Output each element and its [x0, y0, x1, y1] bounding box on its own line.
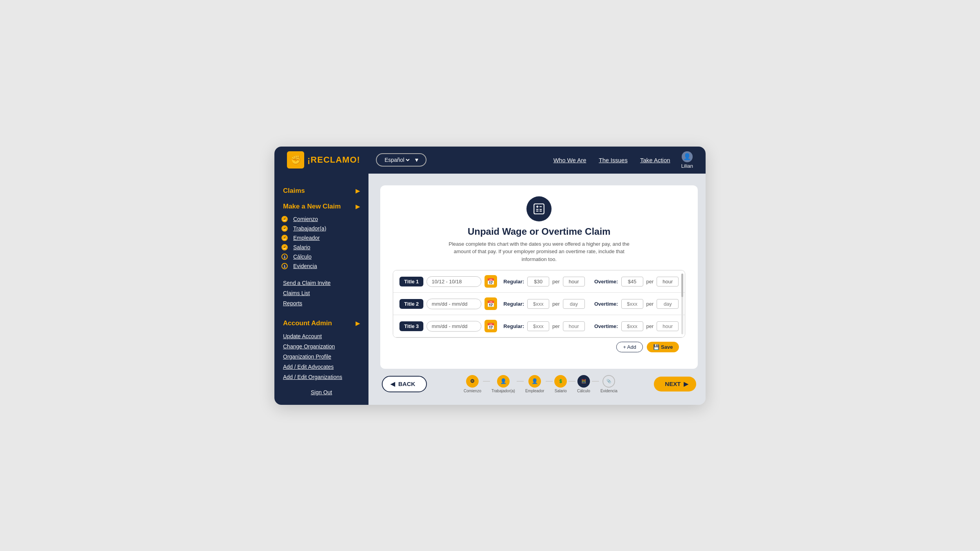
row3-date-input[interactable]: mm/dd - mm/dd [426, 321, 481, 332]
nav-who-we-are[interactable]: Who We Are [554, 157, 586, 163]
row3-regular-label: Regular: [503, 323, 524, 329]
sidebar-change-org[interactable]: Change Organization [274, 341, 368, 352]
nav-the-issues[interactable]: The Issues [599, 157, 628, 163]
step-node-empleador: 👤 Empleador [525, 375, 544, 393]
sidebar-step-calculo[interactable]: 1 Cálculo [274, 252, 368, 261]
row3-unit2[interactable] [657, 321, 679, 331]
table-row: Title 3 mm/dd - mm/dd 📅 Regular: per Ove… [393, 315, 685, 337]
sidebar-step-empleador[interactable]: ✓ Empleador [274, 233, 368, 243]
logo-area: ✊ ¡RECLAMO! [287, 151, 360, 169]
footer-nav: ◀ BACK ⚙ Comienzo 👤 Trabajador(a) [380, 375, 698, 393]
back-arrow-icon: ◀ [390, 381, 395, 388]
scrollbar[interactable] [681, 274, 683, 334]
row2-per2: per [646, 301, 654, 307]
row3-unit1[interactable] [563, 321, 585, 331]
sidebar-step-comienzo[interactable]: ✓ Comienzo [274, 214, 368, 224]
row2-per1: per [552, 301, 560, 307]
step-node-comienzo: ⚙ Comienzo [464, 375, 481, 393]
step-node-evidencia: 📎 Evidencia [601, 375, 617, 393]
step-dot-salario: ✓ [281, 244, 288, 250]
step-circle-empleador: 👤 [528, 375, 541, 388]
nav-take-action[interactable]: Take Action [640, 157, 670, 163]
sign-out-link[interactable]: Sign Out [274, 382, 368, 395]
logo-text: ¡RECLAMO! [307, 155, 360, 165]
row1-title: Title 1 [399, 277, 423, 286]
save-button[interactable]: 💾 💾 Save Save [647, 342, 679, 352]
row1-calendar-button[interactable]: 📅 [485, 275, 497, 288]
language-selector[interactable]: Español English ▼ [376, 153, 426, 167]
step-circle-comienzo: ⚙ [466, 375, 479, 388]
row2-title: Title 2 [399, 299, 423, 309]
save-icon: 💾 [653, 344, 659, 350]
step-label-comienzo: Comienzo [464, 389, 481, 393]
sidebar-step-salario[interactable]: ✓ Salario [274, 243, 368, 252]
row2-date-input[interactable]: mm/dd - mm/dd [426, 299, 481, 309]
sidebar-update-account[interactable]: Update Account [274, 331, 368, 341]
sidebar-edit-orgs[interactable]: Add / Edit Organizations [274, 372, 368, 382]
step-circle-salario: 💲 [554, 375, 567, 388]
step-circle-calculo: 🧮 [577, 375, 590, 388]
chevron-down-icon: ▼ [414, 157, 419, 163]
next-button[interactable]: NEXT ▶ [654, 377, 696, 392]
app-wrapper: ✊ ¡RECLAMO! Español English ▼ Who We Are… [274, 147, 706, 405]
step-connector-5 [592, 381, 599, 382]
step-connector-3 [546, 381, 553, 382]
step-circle-evidencia: 📎 [603, 375, 615, 388]
step-node-trabajador: 👤 Trabajador(a) [492, 375, 515, 393]
row1-overtime-label: Overtime: [594, 279, 618, 285]
step-connector-2 [517, 381, 524, 382]
sidebar-new-claim-title[interactable]: Make a New Claim ▶ [274, 199, 368, 214]
step-label-calculo: Cálculo [577, 389, 590, 393]
sidebar-account-admin-title[interactable]: Account Admin ▶ [274, 315, 368, 331]
step-dot-evidencia: 1 [281, 263, 288, 269]
row1-unit2[interactable] [657, 277, 679, 286]
header: ✊ ¡RECLAMO! Español English ▼ Who We Are… [274, 147, 706, 174]
language-dropdown[interactable]: Español English [383, 156, 411, 163]
sidebar-step-trabajador[interactable]: ✓ Trabajador(a) [274, 224, 368, 233]
row2-overtime-amount[interactable] [621, 299, 643, 309]
row1-regular-amount[interactable] [527, 277, 549, 286]
step-node-salario: 💲 Salario [554, 375, 567, 393]
step-dot-empleador: ✓ [281, 235, 288, 241]
row3-regular-amount[interactable] [527, 321, 549, 331]
row3-per2: per [646, 323, 654, 329]
row2-regular-amount[interactable] [527, 299, 549, 309]
step-connector-4 [568, 381, 575, 382]
scrollbar-thumb [681, 274, 683, 297]
row1-date-input[interactable]: 10/12 - 10/18 [426, 276, 481, 287]
row2-unit1[interactable] [563, 299, 585, 309]
sidebar-edit-advocates[interactable]: Add / Edit Advocates [274, 362, 368, 372]
sidebar-reports[interactable]: Reports [274, 298, 368, 308]
sidebar: Claims ▶ Make a New Claim ▶ ✓ Comienzo ✓… [274, 174, 368, 405]
logo-icon: ✊ [287, 151, 304, 169]
step-label-evidencia: Evidencia [601, 389, 617, 393]
row3-overtime-label: Overtime: [594, 323, 618, 329]
row-actions: + Add 💾 💾 Save Save [393, 338, 685, 355]
main-body: Claims ▶ Make a New Claim ▶ ✓ Comienzo ✓… [274, 174, 706, 405]
sidebar-org-profile[interactable]: Organization Profile [274, 352, 368, 362]
row1-regular-label: Regular: [503, 279, 524, 285]
sidebar-claims-list[interactable]: Claims List [274, 288, 368, 298]
new-claim-arrow-icon: ▶ [356, 203, 360, 210]
row3-per1: per [552, 323, 560, 329]
row1-per1: per [552, 279, 560, 285]
table-row: Title 1 10/12 - 10/18 📅 Regular: per Ove… [393, 270, 685, 293]
step-dot-trabajador: ✓ [281, 225, 288, 232]
row1-unit1[interactable] [563, 277, 585, 286]
wage-table: Title 1 10/12 - 10/18 📅 Regular: per Ove… [393, 270, 685, 338]
back-button[interactable]: ◀ BACK [382, 376, 427, 392]
row2-overtime-label: Overtime: [594, 301, 618, 307]
sidebar-send-invite[interactable]: Send a Claim Invite [274, 278, 368, 288]
step-dot-comienzo: ✓ [281, 216, 288, 222]
row1-overtime-amount[interactable] [621, 277, 643, 286]
sidebar-claims-title[interactable]: Claims ▶ [274, 183, 368, 199]
row3-calendar-button[interactable]: 📅 [485, 320, 497, 332]
add-row-button[interactable]: + Add [616, 342, 643, 352]
user-name: Lilian [681, 163, 693, 169]
row2-unit2[interactable] [657, 299, 679, 309]
row2-calendar-button[interactable]: 📅 [485, 297, 497, 310]
account-admin-arrow-icon: ▶ [356, 320, 360, 326]
row3-overtime-amount[interactable] [621, 321, 643, 331]
sidebar-step-evidencia[interactable]: 1 Evidencia [274, 261, 368, 271]
user-menu[interactable]: 👤 Lilian [681, 151, 693, 169]
